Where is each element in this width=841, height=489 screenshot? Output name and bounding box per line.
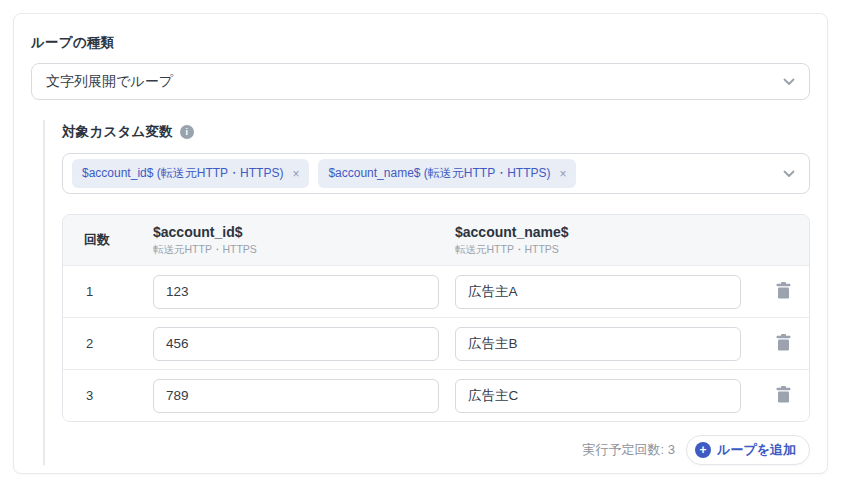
account-name-input[interactable]: [455, 327, 741, 361]
row-index: 1: [63, 284, 153, 299]
planned-count-label: 実行予定回数: 3: [583, 441, 675, 459]
chevron-down-icon: [783, 78, 795, 86]
account-id-input[interactable]: [153, 327, 439, 361]
delete-row-button[interactable]: [772, 278, 795, 306]
custom-variables-multiselect[interactable]: $account_id$ (転送元HTTP・HTTPS) × $account_…: [62, 153, 810, 194]
trash-icon: [776, 386, 791, 406]
loop-type-selected-value: 文字列展開でループ: [46, 73, 173, 91]
account-id-input[interactable]: [153, 379, 439, 413]
loop-settings-card: ループの種類 文字列展開でループ 対象カスタム変数 i $account_id$…: [13, 13, 828, 474]
loop-type-select[interactable]: 文字列展開でループ: [31, 63, 810, 100]
table-row: 2: [63, 317, 809, 369]
trash-icon: [776, 334, 791, 354]
variable-tag-label: $account_name$ (転送元HTTP・HTTPS): [328, 165, 550, 182]
info-icon[interactable]: i: [180, 125, 194, 139]
plus-icon: +: [695, 442, 711, 458]
remove-tag-icon[interactable]: ×: [559, 167, 566, 181]
account-name-input[interactable]: [455, 275, 741, 309]
string-loop-config-section: 対象カスタム変数 i $account_id$ (転送元HTTP・HTTPS) …: [43, 120, 810, 465]
variable-tag: $account_name$ (転送元HTTP・HTTPS) ×: [318, 159, 576, 188]
row-index: 3: [63, 388, 153, 403]
add-loop-button-label: ループを追加: [717, 441, 796, 459]
table-footer: 実行予定回数: 3 + ループを追加: [62, 435, 810, 465]
variable-tag-label: $account_id$ (転送元HTTP・HTTPS): [82, 165, 283, 182]
delete-row-button[interactable]: [772, 382, 795, 410]
remove-tag-icon[interactable]: ×: [292, 167, 299, 181]
trash-icon: [776, 282, 791, 302]
header-account-name: $account_name$ 転送元HTTP・HTTPS: [455, 224, 757, 257]
table-row: 3: [63, 369, 809, 421]
row-index: 2: [63, 336, 153, 351]
loop-values-table: 回数 $account_id$ 転送元HTTP・HTTPS $account_n…: [62, 214, 810, 422]
table-row: 1: [63, 265, 809, 317]
delete-row-button[interactable]: [772, 330, 795, 358]
account-name-input[interactable]: [455, 379, 741, 413]
table-header-row: 回数 $account_id$ 転送元HTTP・HTTPS $account_n…: [63, 215, 809, 265]
variable-tag: $account_id$ (転送元HTTP・HTTPS) ×: [72, 159, 309, 188]
loop-type-label: ループの種類: [31, 34, 810, 52]
chevron-down-icon: [783, 170, 795, 178]
add-loop-button[interactable]: + ループを追加: [686, 435, 810, 465]
account-id-input[interactable]: [153, 275, 439, 309]
custom-variables-label: 対象カスタム変数: [62, 123, 173, 141]
header-count: 回数: [63, 231, 153, 249]
header-account-id: $account_id$ 転送元HTTP・HTTPS: [153, 224, 455, 257]
